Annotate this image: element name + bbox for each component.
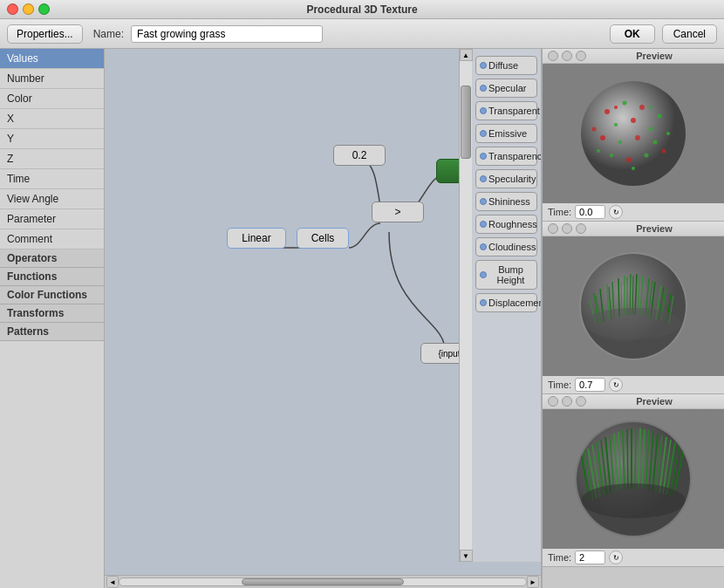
preview-btn-2a[interactable]	[548, 223, 558, 234]
sidebar-item-y[interactable]: Y	[0, 129, 104, 149]
output-emissive-arrow	[480, 130, 487, 137]
output-shininess[interactable]: Shininess	[475, 192, 537, 211]
svg-line-73	[627, 429, 628, 489]
sidebar-section-patterns[interactable]: Patterns	[0, 323, 104, 341]
svg-point-7	[614, 123, 618, 126]
output-transparent-arrow	[480, 107, 487, 114]
output-emissive[interactable]: Emissive	[475, 124, 537, 143]
sidebar-item-comment[interactable]: Comment	[0, 229, 104, 250]
sidebar-item-number[interactable]: Number	[0, 69, 104, 89]
svg-line-74	[635, 428, 636, 489]
name-input[interactable]	[131, 25, 323, 43]
output-specular[interactable]: Specular	[475, 79, 537, 98]
scroll-down-arrow[interactable]: ▼	[460, 550, 473, 562]
preview-btn-1c[interactable]	[576, 51, 586, 61]
preview-btn-2c[interactable]	[576, 223, 586, 234]
scroll-up-arrow[interactable]: ▲	[460, 49, 473, 61]
sidebar-section-functions[interactable]: Functions	[0, 268, 104, 286]
preview-section-3: Preview	[543, 394, 724, 567]
sphere-svg-1	[572, 72, 694, 195]
node-greater[interactable]: >	[372, 202, 424, 222]
close-button[interactable]	[7, 3, 18, 15]
output-displacement[interactable]: Displacement	[475, 293, 537, 312]
ok-button[interactable]: OK	[610, 24, 655, 44]
preview-sphere-2	[543, 236, 724, 376]
sidebar: Values Number Color X Y Z Time View Angl…	[0, 49, 105, 588]
hscroll-track[interactable]	[119, 578, 527, 586]
output-transparency[interactable]: Transparency	[475, 147, 537, 166]
time-spinner-1[interactable]: ↻	[609, 205, 623, 219]
svg-point-14	[610, 154, 613, 157]
preview-btn-3a[interactable]	[548, 396, 558, 407]
sidebar-section-transforms[interactable]: Transforms	[0, 304, 104, 323]
sidebar-item-color[interactable]: Color	[0, 89, 104, 109]
sidebar-item-z[interactable]: Z	[0, 149, 104, 169]
toolbar: Properties... Name: OK Cancel	[0, 19, 724, 49]
node-linear[interactable]: Linear	[227, 228, 286, 249]
canvas-area[interactable]: Linear Cells 0.2 > {input1*t^0.5}	[105, 49, 541, 575]
output-cloudiness[interactable]: Cloudiness	[475, 237, 537, 256]
preview-sphere-3	[543, 409, 724, 549]
sidebar-section-operators[interactable]: Operators	[0, 250, 104, 268]
sidebar-item-time[interactable]: Time	[0, 169, 104, 189]
svg-point-9	[649, 127, 653, 132]
output-displacement-label: Displacement	[488, 297, 541, 308]
preview-btn-3c[interactable]	[576, 396, 586, 407]
maximize-button[interactable]	[38, 3, 50, 15]
output-specularity[interactable]: Specularity	[475, 169, 537, 188]
node-cells[interactable]: Cells	[297, 228, 349, 249]
svg-point-12	[635, 135, 640, 140]
svg-point-3	[604, 109, 610, 114]
titlebar-buttons	[7, 3, 50, 15]
svg-point-19	[597, 149, 600, 153]
main-area: Values Number Color X Y Z Time View Angl…	[0, 49, 724, 588]
sidebar-item-values[interactable]: Values	[0, 49, 104, 69]
svg-point-21	[632, 167, 635, 170]
output-bumpheight-arrow	[480, 271, 487, 278]
vscroll-track[interactable]	[460, 61, 472, 550]
output-bumpheight[interactable]: Bump Height	[475, 260, 537, 290]
hscroll-thumb[interactable]	[242, 578, 404, 585]
output-cloudiness-arrow	[480, 243, 487, 250]
preview-btn-2b[interactable]	[562, 223, 572, 234]
time-label-1: Time:	[548, 207, 571, 217]
output-diffuse[interactable]: Diffuse	[475, 56, 537, 75]
output-bumpheight-label: Bump Height	[488, 264, 533, 285]
svg-point-4	[623, 101, 627, 106]
preview-footer-3: Time: ↻	[543, 549, 724, 566]
svg-point-20	[662, 149, 666, 154]
preview-panel: Preview	[541, 49, 724, 588]
preview-btn-1a[interactable]	[548, 51, 558, 61]
output-diffuse-arrow	[480, 62, 487, 69]
properties-button[interactable]: Properties...	[7, 24, 83, 44]
time-value-2[interactable]	[575, 378, 605, 392]
minimize-button[interactable]	[23, 3, 34, 15]
output-roughness[interactable]: Roughness	[475, 215, 537, 234]
time-spinner-3[interactable]: ↻	[609, 550, 623, 564]
time-value-1[interactable]	[575, 205, 605, 219]
vertical-scrollbar: ▲ ▼	[459, 49, 472, 562]
vscroll-thumb[interactable]	[461, 85, 471, 159]
sidebar-item-parameter[interactable]: Parameter	[0, 209, 104, 229]
cancel-button[interactable]: Cancel	[662, 24, 717, 44]
node-value[interactable]: 0.2	[333, 145, 386, 166]
scroll-right-arrow[interactable]: ►	[527, 576, 539, 588]
preview-btn-1b[interactable]	[562, 51, 572, 61]
canvas-wrapper: Linear Cells 0.2 > {input1*t^0.5}	[105, 49, 541, 588]
preview-footer-1: Time: ↻	[543, 203, 724, 221]
output-specularity-label: Specularity	[488, 174, 536, 184]
output-transparency-label: Transparency	[488, 151, 541, 161]
time-value-3[interactable]	[575, 550, 605, 564]
window-title: Procedural 3D Texture	[306, 3, 417, 16]
output-roughness-arrow	[480, 221, 487, 228]
preview-btn-3b[interactable]	[562, 396, 572, 407]
time-spinner-2[interactable]: ↻	[609, 378, 623, 392]
node-linear-label: Linear	[242, 232, 270, 244]
output-transparent[interactable]: Transparent	[475, 101, 537, 120]
sidebar-section-colorfunctions[interactable]: Color Functions	[0, 286, 104, 304]
sidebar-item-viewangle[interactable]: View Angle	[0, 189, 104, 209]
sidebar-item-x[interactable]: X	[0, 109, 104, 129]
scroll-left-arrow[interactable]: ◄	[106, 576, 119, 588]
outputs-panel: Diffuse Specular Transparent Emissive Tr…	[471, 49, 541, 562]
output-specular-arrow	[480, 85, 487, 92]
